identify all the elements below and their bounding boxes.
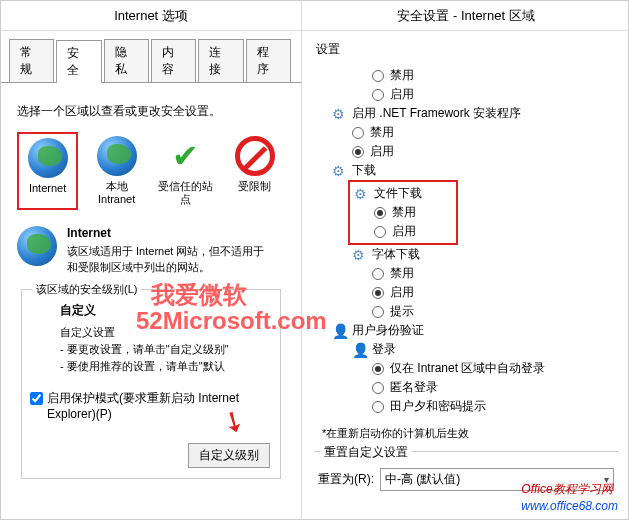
tab-privacy[interactable]: 隐私 [104,39,149,82]
globe-icon [28,138,68,178]
radio-enable[interactable]: 启用 [374,222,452,241]
zone-intranet[interactable]: 本地 Intranet [86,132,147,210]
custom-level-button[interactable]: 自定义级别 [188,443,270,468]
radio-disable[interactable]: 禁用 [374,203,452,222]
level-custom-sub: 自定义设置 [60,325,272,340]
protected-mode-checkbox[interactable] [30,392,43,405]
tab-general[interactable]: 常规 [9,39,54,82]
node-login: 👤登录 [352,340,629,359]
gear-icon: ⚙ [352,247,368,263]
level-custom-title: 自定义 [60,302,272,319]
protected-mode-row: 启用保护模式(要求重新启动 Internet Explorer)(P) [30,390,272,421]
security-level-legend: 该区域的安全级别(L) [32,282,141,297]
zone-list: Internet 本地 Intranet ✔ 受信任的站点 受限制 [17,132,285,210]
node-file-download: ⚙文件下载 [354,184,452,203]
tab-security[interactable]: 安全 [56,40,101,83]
user-icon: 👤 [332,323,348,339]
gear-icon: ⚙ [332,106,348,122]
tab-connections[interactable]: 连接 [198,39,243,82]
radio-enable[interactable]: 启用 [352,142,629,161]
node-font-download: ⚙字体下载 [352,245,629,264]
gear-icon: ⚙ [332,163,348,179]
zone-info-body2: 和受限制区域中列出的网站。 [67,260,264,275]
user-icon: 👤 [352,342,368,358]
radio-anon-login[interactable]: 匿名登录 [372,378,629,397]
zone-description: 选择一个区域以查看或更改安全设置。 [17,103,285,120]
zone-restricted[interactable]: 受限制 [224,132,285,210]
zone-info: Internet 该区域适用于 Internet 网站，但不适用于 和受限制区域… [17,226,285,275]
tab-programs[interactable]: 程序 [246,39,291,82]
zone-trusted[interactable]: ✔ 受信任的站点 [155,132,216,210]
restart-note: *在重新启动你的计算机后生效 [322,426,629,441]
settings-tree: 禁用 启用 ⚙启用 .NET Framework 安装程序 禁用 启用 ⚙下载 … [302,62,629,420]
protected-mode-label: 启用保护模式(要求重新启动 Internet Explorer)(P) [47,390,272,421]
radio-disable[interactable]: 禁用 [372,66,629,85]
zone-info-heading: Internet [67,226,264,240]
globe-icon [97,136,137,176]
radio-prompt[interactable]: 提示 [372,302,629,321]
window-title: 安全设置 - Internet 区域 [302,1,629,31]
radio-enable[interactable]: 启用 [372,283,629,302]
internet-options-window: Internet 选项 常规 安全 隐私 内容 连接 程序 选择一个区域以查看或… [1,1,301,520]
window-title: Internet 选项 [1,1,301,31]
settings-label: 设置 [302,31,629,62]
prohibit-icon [235,136,275,176]
tab-content[interactable]: 内容 [151,39,196,82]
level-custom-b2: 要使用推荐的设置，请单击"默认 [60,359,272,374]
reset-to-label: 重置为(R): [318,471,374,488]
file-download-highlight: ⚙文件下载 禁用 启用 [348,180,458,245]
node-auth: 👤用户身份验证 [332,321,629,340]
globe-icon [17,226,57,266]
zone-info-body1: 该区域适用于 Internet 网站，但不适用于 [67,244,264,259]
zone-internet[interactable]: Internet [17,132,78,210]
radio-disable[interactable]: 禁用 [372,264,629,283]
radio-intranet-login[interactable]: 仅在 Intranet 区域中自动登录 [372,359,629,378]
node-download: ⚙下载 [332,161,629,180]
check-icon: ✔ [166,136,206,176]
watermark-footer: Office教程学习网 www.office68.com [521,481,618,514]
level-custom-b1: 要更改设置，请单击"自定义级别" [60,342,272,357]
gear-icon: ⚙ [354,186,370,202]
security-tab-content: 选择一个区域以查看或更改安全设置。 Internet 本地 Intranet ✔… [1,83,301,499]
security-settings-window: 安全设置 - Internet 区域 设置 禁用 启用 ⚙启用 .NET Fra… [301,1,629,520]
security-level-fieldset: 该区域的安全级别(L) 自定义 自定义设置 要更改设置，请单击"自定义级别" 要… [21,289,281,479]
tab-bar: 常规 安全 隐私 内容 连接 程序 [1,31,301,83]
radio-enable[interactable]: 启用 [372,85,629,104]
reset-legend: 重置自定义设置 [320,444,412,461]
radio-disable[interactable]: 禁用 [352,123,629,142]
radio-usecred[interactable]: 田户夕和密码提示 [372,397,629,416]
node-netfx: ⚙启用 .NET Framework 安装程序 [332,104,629,123]
